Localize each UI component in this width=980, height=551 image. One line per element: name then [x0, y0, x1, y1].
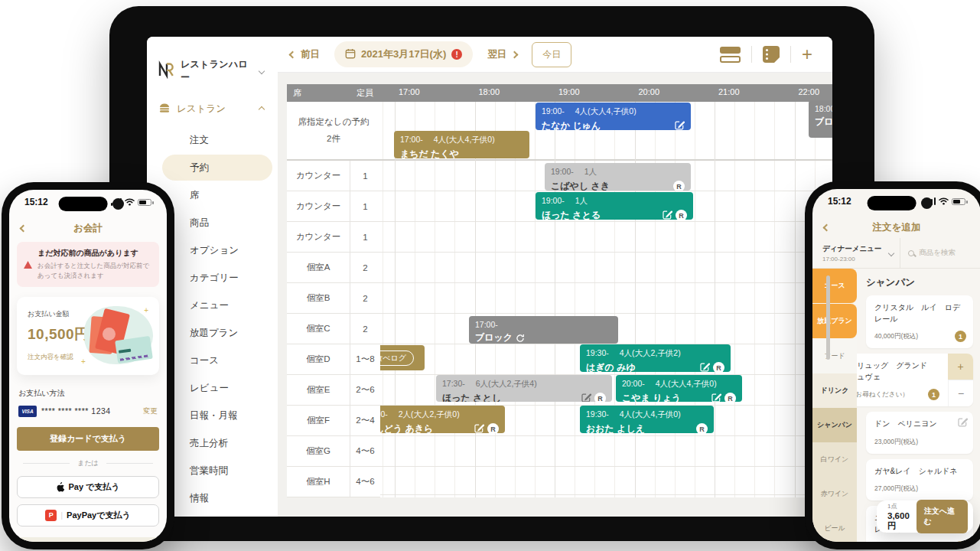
apple-pay-button[interactable]: Pay で支払う	[17, 476, 159, 498]
seat-rows: カウンター1カウンター1カウンター1個室A2個室B2個室C2個室D1〜8個室E2…	[287, 161, 380, 497]
timeline-event[interactable]: 19:00-1人 ほった さとるR	[536, 192, 693, 220]
event-name: こばやし さき	[551, 180, 610, 191]
payment-illustration: ++	[80, 305, 153, 367]
next-day-button[interactable]: 翌日	[483, 47, 522, 62]
scrollbar[interactable]	[826, 276, 830, 360]
view-toggle-icon[interactable]	[720, 47, 741, 63]
category-tab-ドリンク[interactable]: ドリンク	[812, 373, 857, 408]
product-price: （お尋ねください）	[849, 390, 939, 399]
edit-icon[interactable]	[675, 120, 685, 131]
restaurant-icon	[158, 103, 171, 116]
timeline-event[interactable]: 20:00-4人(大人4,子供0) こやま りょうR	[616, 375, 742, 402]
edit-icon[interactable]	[700, 362, 710, 373]
event-time: 17:00-4人(大人4,子供0)	[400, 135, 523, 145]
app-logo-icon: R	[673, 181, 685, 191]
checkout-screen: 15:12 お会計 まだ対応前の商品があります お会計すると注文した商品が対応前…	[9, 190, 167, 542]
category-rail: コース放題プランフードドリンクシャンパン白ワイン赤ワインビールその他1その他2	[812, 269, 857, 542]
seat-row: カウンター1	[287, 222, 380, 253]
sidebar-item-予約[interactable]: 予約	[147, 154, 278, 181]
seat-row: 個室G4〜6	[287, 436, 380, 467]
event-time: 19:00-1人	[542, 196, 687, 207]
reservation-list-icon[interactable]	[763, 46, 780, 63]
app-logo-icon: R	[696, 423, 708, 433]
calendar-icon	[345, 48, 356, 61]
app-logo-icon: R	[676, 210, 687, 220]
menu-filter-row: ディナーメニュー 17:00-23:00 商品を検索	[812, 238, 980, 269]
paypay-button[interactable]: P | PayPayで支払う	[17, 504, 159, 527]
product-card[interactable]: ドン ペリニヨン23,000円(税込)	[866, 412, 973, 454]
proceed-order-button[interactable]: 注文へ進む	[917, 500, 968, 533]
event-time: 17:30-6人(大人2,子供4)	[442, 379, 606, 390]
app-logo-icon: R	[713, 362, 724, 372]
timeline-event[interactable]: 17:00-4人(大人4,子供0) まちだ たくや	[394, 131, 529, 158]
event-name: はぎの みゆ	[586, 361, 636, 372]
category-tab-コース[interactable]: コース	[812, 269, 857, 303]
category-tab-白ワイン[interactable]: 白ワイン	[812, 442, 857, 477]
prev-day-button[interactable]: 前日	[285, 47, 324, 62]
event-name: ほった さとる	[542, 209, 601, 220]
edit-icon[interactable]	[581, 393, 591, 403]
date-toolbar: 前日 2021年3月17日(水) ! 翌日 今日 +	[278, 37, 832, 73]
checkout-body: まだ対応前の商品があります お会計すると注文した商品が対応前であっても決済されま…	[9, 240, 167, 542]
search-input[interactable]: 商品を検索	[908, 248, 980, 258]
event-time: 18:00-	[815, 104, 832, 113]
category-tab-赤ワイン[interactable]: 赤ワイン	[812, 477, 857, 511]
battery-icon	[138, 199, 151, 206]
pay-registered-card-button[interactable]: 登録カードで支払う	[17, 427, 159, 451]
schedule-area: 席 定員 席指定なしの予約 2件 カウンター1カウンター1カウンター1個室A2個…	[278, 73, 832, 517]
product-card[interactable]: ガヤ&レイ シャルドネ27,000円(税込)	[866, 459, 973, 501]
decrement-button[interactable]: −	[948, 380, 973, 406]
or-divider: または	[23, 458, 153, 468]
seat-capacity: 4〜6	[350, 436, 380, 466]
timeline-event[interactable]: 18:00- ブロック	[809, 100, 832, 138]
seat-row: 個室C2	[287, 314, 380, 344]
seat-row: 個室D1〜8	[287, 344, 380, 375]
timeline-event[interactable]: 19:30-4人(大人4,子供0) おおた よしえR	[580, 406, 714, 433]
page-title: 注文を追加	[873, 221, 921, 234]
category-tab-フード[interactable]: フード	[812, 339, 857, 373]
card-number: **** **** **** 1234	[41, 406, 111, 416]
timeline: 17:0018:0019:0020:0021:0022:00 19:00-4人(…	[380, 84, 832, 497]
timeline-event[interactable]: 17:00- ブロック	[469, 316, 618, 344]
product-card[interactable]: クリスタル ルイ ロデレール40,000円(税込)1	[866, 295, 973, 348]
edit-icon[interactable]	[958, 416, 968, 430]
event-time: 19:30-4人(大人4,子供0)	[586, 409, 708, 420]
reservation-app-screen: レストランハロー レストラン 注文予約席商品オプションカテゴリーメニュー放題プラ…	[147, 37, 832, 517]
seat-capacity: 1	[350, 161, 380, 191]
brand-row[interactable]: レストランハロー	[147, 37, 278, 84]
timeline-event[interactable]: 17:30-6人(大人2,子供4) ほった さとしR	[436, 375, 612, 402]
divider	[751, 46, 752, 63]
category-tab-放題プラン[interactable]: 放題プラン	[812, 304, 857, 338]
seat-table-header: 席 定員	[287, 84, 380, 102]
event-time: 20:00-4人(大人4,子供0)	[622, 379, 736, 390]
timeline-event[interactable]: 19:30-4人(大人2,子供2) はぎの みゆR	[580, 344, 731, 372]
sidebar-section-restaurant[interactable]: レストラン	[147, 84, 278, 116]
product-card[interactable]: クリュッグ グランド キュヴェ（お尋ねください）1+−	[838, 354, 973, 406]
category-tab-ビール[interactable]: ビール	[812, 511, 857, 542]
category-tab-シャンパン[interactable]: シャンパン	[812, 408, 857, 442]
today-button[interactable]: 今日	[532, 42, 571, 67]
change-card-link[interactable]: 変更	[143, 406, 158, 416]
product-name: ドン ペリニヨン	[874, 419, 965, 430]
edit-icon[interactable]	[663, 210, 672, 220]
seat-table: 席 定員 席指定なしの予約 2件 カウンター1カウンター1カウンター1個室A2個…	[287, 84, 380, 497]
seat-capacity: 4〜6	[350, 467, 380, 497]
cart-count: 1点	[887, 502, 917, 510]
timeline-event[interactable]: 16:00-2人(大人2,子供0) しんどう あきらR	[380, 406, 505, 433]
add-reservation-button[interactable]: +	[802, 47, 812, 62]
seat-row: カウンター1	[287, 161, 380, 191]
seat-row: カウンター1	[287, 191, 380, 222]
timeline-event[interactable]: 19:00-1人 こばやし さきR	[545, 163, 691, 191]
edit-icon[interactable]	[711, 393, 721, 403]
timeline-event[interactable]: 19:00-4人(大人4,子供0) たなか じゅん	[536, 103, 691, 130]
date-picker-button[interactable]: 2021年3月17日(水) !	[334, 41, 473, 67]
sidebar-item-注文[interactable]: 注文	[147, 126, 278, 154]
back-button[interactable]	[20, 224, 28, 232]
wifi-icon	[125, 198, 135, 206]
seat-name: 個室H	[287, 467, 350, 497]
unassigned-reservations-cell[interactable]: 席指定なしの予約 2件	[287, 102, 380, 161]
edit-icon[interactable]	[474, 423, 484, 434]
timeline-event-tabelog[interactable]: 食べログ	[380, 345, 425, 370]
increment-button[interactable]: +	[948, 354, 973, 380]
chevron-up-icon	[259, 106, 265, 112]
